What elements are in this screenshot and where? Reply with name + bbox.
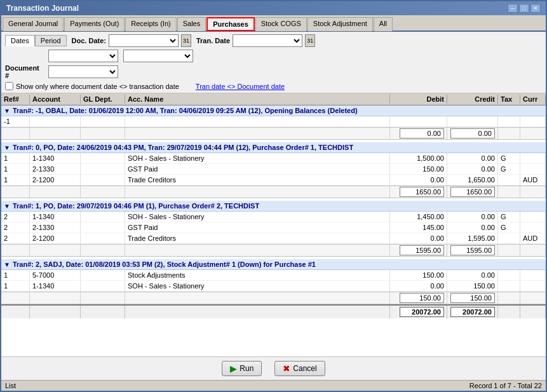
cell-tax: G (498, 222, 520, 233)
period-tab[interactable]: Period (35, 35, 67, 46)
st-debit-box: 1595.00 (400, 245, 444, 255)
gt-empty-1 (1, 306, 30, 318)
st-credit: 1650.00 (447, 186, 498, 198)
st-empty-4 (125, 186, 390, 198)
st-debit: 1650.00 (390, 186, 447, 198)
filter-area: Dates Period Doc. Date: 31 Tran. Date 31 (1, 32, 546, 93)
cell-curr (520, 212, 546, 222)
st-empty-4 (125, 245, 390, 256)
document-select[interactable] (48, 65, 118, 78)
minimize-button[interactable]: ─ (508, 4, 518, 13)
cell-gl-dept (81, 153, 125, 163)
show-only-checkbox[interactable] (5, 82, 13, 90)
st-empty-3 (81, 186, 125, 198)
table-row[interactable]: 2 1-1340 SOH - Sales - Stationery 1,450.… (1, 212, 546, 222)
doc-date-from-cal[interactable]: 31 (181, 34, 191, 47)
cell-account: 2-1330 (30, 164, 81, 174)
tab-purchases[interactable]: Purchases (206, 17, 255, 31)
tran-arrow: ▼ (4, 144, 10, 151)
st-empty-3 (81, 292, 125, 304)
tab-general-journal[interactable]: General Journal (3, 17, 64, 31)
st-empty-3 (81, 245, 125, 256)
run-icon: ▶ (230, 363, 237, 374)
st-empty-6 (520, 128, 546, 139)
cell-curr (520, 270, 546, 280)
tran-header-2[interactable]: ▼Tran#: 1, PO, Date: 29/07/2019 04:46 PM… (1, 201, 546, 212)
cell-ref: -1 (1, 116, 30, 126)
st-empty-6 (520, 245, 546, 256)
cancel-label: Cancel (293, 364, 316, 373)
document-input-group (48, 65, 118, 78)
cell-curr (520, 116, 546, 126)
table-row[interactable]: 1 1-1340 SOH - Sales - Stationery 1,500.… (1, 153, 546, 164)
cell-gl-dept (81, 164, 125, 174)
tab-stock-cogs[interactable]: Stock COGS (255, 17, 307, 31)
table-row[interactable]: -1 (1, 116, 546, 127)
cell-credit: 1,595.00 (447, 233, 498, 243)
st-empty-2 (30, 186, 81, 198)
tran-arrow: ▼ (4, 261, 10, 268)
cell-account: 2-1200 (30, 233, 81, 243)
restore-button[interactable]: □ (519, 4, 529, 13)
tab-payments-out[interactable]: Payments (Out) (64, 17, 125, 31)
st-debit-box: 0.00 (400, 128, 444, 139)
cancel-button[interactable]: ✖ Cancel (274, 361, 325, 376)
cell-credit: 0.00 (447, 212, 498, 222)
doc-date-to-select[interactable] (48, 50, 118, 62)
tab-stock-adjustment[interactable]: Stock Adjustment (307, 17, 373, 31)
st-credit-box: 150.00 (450, 293, 495, 303)
table-row[interactable]: 1 2-1200 Trade Creditors 0.00 1,650.00 A… (1, 175, 546, 186)
st-credit-box: 1595.00 (450, 245, 495, 255)
st-empty-1 (1, 186, 30, 198)
status-bar: List Record 1 of 7 - Total 22 (1, 380, 546, 391)
table-row[interactable]: 1 5-7000 Stock Adjustments 150.00 0.00 (1, 270, 546, 281)
show-only-checkbox-area: Show only where document date <> transac… (5, 82, 179, 90)
gt-empty-2 (30, 306, 81, 318)
subtotal-row-2: 1595.00 1595.00 (1, 244, 546, 257)
cell-acc-name: GST Paid (125, 222, 390, 233)
tran-date-link[interactable]: Tran date <> Document date (196, 83, 285, 90)
tran-date-from-cal[interactable]: 31 (305, 34, 315, 47)
st-debit-box: 150.00 (400, 293, 444, 303)
tab-all[interactable]: All (374, 17, 393, 31)
cell-debit: 150.00 (390, 270, 447, 280)
gt-debit: 20072.00 (390, 306, 447, 318)
tran-date-to-select[interactable] (123, 50, 193, 62)
tran-date-from-select[interactable] (233, 34, 302, 47)
table-row[interactable]: 1 1-1340 SOH - Sales - Stationery 0.00 1… (1, 281, 546, 292)
tran-header-text: Tran#: 2, SADJ, Date: 01/08/2019 03:53 P… (13, 260, 316, 268)
table-row[interactable]: 2 2-1200 Trade Creditors 0.00 1,595.00 A… (1, 233, 546, 244)
tab-receipts-in[interactable]: Receipts (In) (125, 17, 176, 31)
table-row[interactable]: 1 2-1330 GST Paid 150.00 0.00 G (1, 164, 546, 175)
main-window: Transaction Journal ─ □ ✕ General Journa… (0, 0, 547, 392)
cell-account: 1-1340 (30, 153, 81, 163)
run-button[interactable]: ▶ Run (222, 361, 262, 376)
cell-credit: 0.00 (447, 153, 498, 163)
cell-tax (498, 281, 520, 291)
close-button[interactable]: ✕ (530, 4, 541, 13)
document-label: Document # (5, 64, 43, 79)
cell-tax (498, 175, 520, 185)
dates-tab[interactable]: Dates (5, 35, 35, 46)
tran-header-1[interactable]: ▼Tran#: 0, PO, Date: 24/06/2019 04:43 PM… (1, 142, 546, 153)
tran-header-0[interactable]: ▼Tran#: -1, OBAL, Date: 01/06/2019 12:00… (1, 105, 546, 116)
doc-date-group: Doc. Date: 31 (72, 34, 191, 47)
cell-credit (447, 116, 498, 126)
status-right: Record 1 of 7 - Total 22 (469, 382, 542, 389)
cell-account: 1-1340 (30, 212, 81, 222)
cell-curr: AUD (520, 233, 546, 243)
cell-debit: 0.00 (390, 175, 447, 185)
cell-curr (520, 164, 546, 174)
st-credit-box: 1650.00 (450, 187, 495, 197)
st-empty-5 (498, 245, 520, 256)
col-header-account: Account (30, 95, 81, 104)
tran-date-label: Tran. Date (196, 37, 230, 44)
tran-header-3[interactable]: ▼Tran#: 2, SADJ, Date: 01/08/2019 03:53 … (1, 259, 546, 270)
tab-sales[interactable]: Sales (177, 17, 206, 31)
st-empty-6 (520, 292, 546, 304)
table-row[interactable]: 2 2-1330 GST Paid 145.00 0.00 G (1, 222, 546, 233)
st-empty-2 (30, 245, 81, 256)
doc-date-from-select[interactable] (109, 34, 179, 47)
gt-empty-5 (498, 306, 520, 318)
filter-row-3: Show only where document date <> transac… (5, 82, 542, 90)
